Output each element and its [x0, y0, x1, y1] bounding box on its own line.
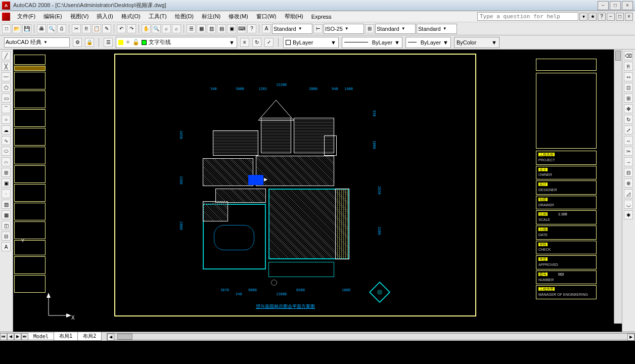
- tp-icon[interactable]: ▥: [207, 24, 216, 33]
- undo-icon[interactable]: ↶: [117, 24, 126, 33]
- linetype-dropdown[interactable]: ByLayer▼: [342, 37, 402, 48]
- print-icon[interactable]: 🖶: [37, 24, 46, 33]
- offset-tool[interactable]: ⊡: [624, 83, 633, 92]
- fav-icon[interactable]: ★: [588, 13, 597, 21]
- close-button[interactable]: ×: [622, 1, 633, 10]
- menu-draw[interactable]: 绘图(D): [171, 12, 198, 21]
- dc-icon[interactable]: ▦: [197, 24, 206, 33]
- menu-modify[interactable]: 修改(M): [224, 12, 252, 21]
- layermgr-icon[interactable]: ☰: [104, 38, 113, 47]
- xline-tool[interactable]: ╳: [2, 62, 11, 71]
- line-tool[interactable]: ╱: [2, 51, 11, 60]
- color-dropdown[interactable]: ByLayer▼: [283, 37, 339, 48]
- copy-icon[interactable]: ⎘: [82, 24, 91, 33]
- help-search[interactable]: [477, 12, 578, 21]
- hscroll-thumb[interactable]: [117, 334, 132, 340]
- menu-insert[interactable]: 插入(I): [93, 12, 117, 21]
- lineweight-dropdown[interactable]: ByLayer▼: [405, 37, 451, 48]
- tablestyle-icon[interactable]: ⊞: [365, 24, 374, 33]
- spline-tool[interactable]: ∿: [2, 136, 11, 145]
- mirror-tool[interactable]: ⇿: [624, 72, 633, 81]
- paste-icon[interactable]: 📋: [92, 24, 101, 33]
- rotate-tool[interactable]: ↻: [624, 115, 633, 124]
- command-line[interactable]: [0, 341, 635, 364]
- extend-tool[interactable]: →: [624, 157, 633, 166]
- workspace-dropdown[interactable]: AutoCAD 经典▼: [4, 37, 70, 48]
- mdi-max-button[interactable]: □: [616, 13, 624, 21]
- tab-prev[interactable]: ◀: [7, 333, 14, 340]
- circle-tool[interactable]: ○: [2, 115, 11, 124]
- ellipse-tool[interactable]: ⬭: [2, 147, 11, 156]
- ellipsearc-tool[interactable]: ⌓: [2, 157, 11, 166]
- minimize-button[interactable]: −: [598, 1, 609, 10]
- cut-icon[interactable]: ✂: [72, 24, 81, 33]
- menu-view[interactable]: 视图(V): [66, 12, 93, 21]
- match-icon[interactable]: ✎: [102, 24, 111, 33]
- layerstate-icon[interactable]: ≡: [240, 38, 249, 47]
- publish-icon[interactable]: ⎙: [57, 24, 66, 33]
- menu-express[interactable]: Express: [307, 13, 336, 21]
- layer-dropdown[interactable]: ☀ 🔓 文字引线 ▼: [116, 37, 237, 48]
- text-style-dropdown[interactable]: Standard▼: [272, 24, 312, 34]
- menu-format[interactable]: 格式(O): [117, 12, 145, 21]
- region-tool[interactable]: ◫: [2, 221, 11, 230]
- block-tool[interactable]: ▣: [2, 178, 11, 188]
- vertical-scrollbar[interactable]: [614, 50, 622, 324]
- mk-icon[interactable]: ▣: [227, 24, 236, 33]
- stretch-tool[interactable]: ↔: [624, 136, 633, 145]
- table-tool[interactable]: ⊟: [2, 232, 11, 241]
- layerprev-icon[interactable]: ↻: [252, 38, 261, 47]
- save-icon[interactable]: 💾: [22, 24, 31, 33]
- hatch-tool[interactable]: ▨: [2, 200, 11, 209]
- array-tool[interactable]: ⊞: [624, 94, 633, 103]
- gradient-tool[interactable]: ▦: [2, 210, 11, 219]
- polygon-tool[interactable]: ⬠: [2, 83, 11, 92]
- ssm-icon[interactable]: ▤: [217, 24, 226, 33]
- dimstyle-icon[interactable]: ⊢: [313, 24, 323, 33]
- join-tool[interactable]: ⊕: [624, 178, 633, 188]
- prop-icon[interactable]: ☰: [187, 24, 196, 33]
- zoom-prev-icon[interactable]: ⌕: [172, 24, 181, 33]
- tab-next[interactable]: ▶: [14, 333, 21, 340]
- tab-layout2[interactable]: 布局2: [77, 332, 102, 341]
- mdi-min-button[interactable]: −: [607, 13, 615, 21]
- new-icon[interactable]: □: [2, 24, 11, 33]
- horizontal-scrollbar[interactable]: ◀ ▶: [107, 333, 635, 340]
- break-tool[interactable]: ⊟: [624, 168, 633, 177]
- tab-layout1[interactable]: 布局1: [54, 332, 78, 341]
- insert-tool[interactable]: ⊞: [2, 168, 11, 177]
- drawing-canvas[interactable]: Y X 340 3800: [13, 50, 622, 332]
- erase-tool[interactable]: ⌫: [624, 51, 633, 60]
- search-arrow-icon[interactable]: ▾: [579, 13, 587, 21]
- pline-tool[interactable]: 〰: [2, 72, 11, 81]
- mtext-tool[interactable]: A: [2, 242, 11, 251]
- tab-first[interactable]: ⏮: [0, 333, 7, 340]
- scrollbar-thumb[interactable]: [615, 51, 621, 61]
- menu-file[interactable]: 文件(F): [13, 12, 39, 21]
- laymcur-icon[interactable]: ✓: [264, 38, 274, 47]
- move-tool[interactable]: ✥: [624, 104, 633, 113]
- trim-tool[interactable]: ✂: [624, 147, 633, 156]
- calc-icon[interactable]: ⌨: [237, 24, 246, 33]
- mdi-close-button[interactable]: ×: [625, 13, 633, 21]
- ml-style-dropdown[interactable]: Standard▼: [417, 24, 457, 34]
- open-icon[interactable]: 📂: [12, 24, 21, 33]
- hscroll-left[interactable]: ◀: [107, 334, 114, 341]
- point-tool[interactable]: ·: [2, 189, 11, 198]
- copy-tool[interactable]: ⎘: [624, 62, 633, 71]
- tab-model[interactable]: Model: [28, 333, 54, 340]
- redo-icon[interactable]: ↷: [127, 24, 136, 33]
- dim-style-dropdown[interactable]: ISO-25▼: [324, 24, 364, 34]
- arc-tool[interactable]: ⌒: [2, 104, 11, 113]
- menu-help[interactable]: 帮助(H): [281, 12, 307, 21]
- explode-tool[interactable]: ✱: [624, 210, 633, 219]
- plotstyle-dropdown[interactable]: ByColor▼: [454, 37, 500, 48]
- table-style-dropdown[interactable]: Standard▼: [375, 24, 416, 34]
- chamfer-tool[interactable]: ◿: [624, 189, 633, 198]
- ws-lock-icon[interactable]: 🔒: [85, 38, 94, 47]
- menu-dim[interactable]: 标注(N): [198, 12, 224, 21]
- fillet-tool[interactable]: ◡: [624, 200, 633, 209]
- menu-edit[interactable]: 编辑(E): [39, 12, 66, 21]
- ws-settings-icon[interactable]: ⚙: [73, 38, 82, 47]
- zoom-rt-icon[interactable]: 🔍: [152, 24, 161, 33]
